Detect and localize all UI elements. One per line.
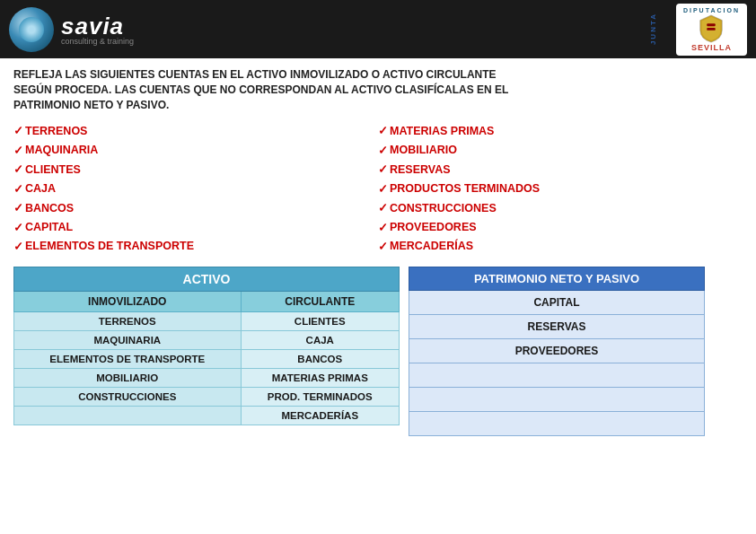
list-item: MAQUINARIA <box>13 141 378 160</box>
list-item: BANCOS <box>13 198 378 217</box>
inmovilizado-header: INMOVILIZADO <box>14 292 242 312</box>
tables-area: ACTIVO INMOVILIZADO CIRCULANTE TERRENOS … <box>0 261 756 436</box>
table-row: RESERVAS <box>409 315 705 339</box>
table-cell: PROD. TERMINADOS <box>241 388 399 407</box>
activo-header-row: ACTIVO <box>14 267 400 292</box>
list-item: CLIENTES <box>13 160 378 179</box>
list-item: CAPITAL <box>13 218 378 237</box>
list-item: CONSTRUCCIONES <box>378 198 743 217</box>
junta-label: JUNTA <box>649 0 657 58</box>
svg-rect-0 <box>708 23 716 26</box>
table-row: MAQUINARIA CAJA <box>14 331 400 350</box>
logo-sub: consulting & training <box>61 37 134 46</box>
table-cell: MERCADERÍAS <box>241 407 399 425</box>
table-cell <box>409 388 705 412</box>
circulante-header: CIRCULANTE <box>241 292 399 312</box>
table-cell: CONSTRUCCIONES <box>14 388 242 407</box>
table-row: MERCADERÍAS <box>14 407 400 425</box>
patrimonio-table: PATRIMONIO NETO Y PASIVO CAPITAL RESERVA… <box>409 267 705 436</box>
activo-subheader-row: INMOVILIZADO CIRCULANTE <box>14 292 400 312</box>
list-item: ELEMENTOS DE TRANSPORTE <box>13 237 378 256</box>
list-item: PRODUCTOS TERMINADOS <box>378 179 743 198</box>
table-row <box>409 363 705 388</box>
list-item: CAJA <box>13 179 378 198</box>
table-row: CAPITAL <box>409 291 705 315</box>
table-row: MOBILIARIO MATERIAS PRIMAS <box>14 369 400 388</box>
right-items-col: MATERIAS PRIMAS MOBILIARIO RESERVAS PROD… <box>378 121 743 256</box>
table-cell: BANCOS <box>241 350 399 369</box>
description-line3: PATRIMONIO NETO Y PASIVO. <box>13 98 743 113</box>
patrimonio-header-row: PATRIMONIO NETO Y PASIVO <box>409 267 705 291</box>
table-row: CONSTRUCCIONES PROD. TERMINADOS <box>14 388 400 407</box>
table-cell: MATERIAS PRIMAS <box>241 369 399 388</box>
description-text: REFLEJA LAS SIGUIENTES CUENTAS EN EL ACT… <box>0 58 756 118</box>
diputacion-top-text: DIPUTACION <box>683 7 740 13</box>
header: savia consulting & training JUNTA DIPUTA… <box>0 0 756 58</box>
table-cell <box>409 412 705 436</box>
list-item: MOBILIARIO <box>378 141 743 160</box>
diputacion-bottom-text: SEVILLA <box>691 43 732 52</box>
table-cell: CLIENTES <box>241 312 399 331</box>
table-cell: TERRENOS <box>14 312 242 331</box>
table-cell: MAQUINARIA <box>14 331 242 350</box>
description-line1: REFLEJA LAS SIGUIENTES CUENTAS EN EL ACT… <box>13 67 743 83</box>
description-line2: SEGÚN PROCEDA. LAS CUENTAS QUE NO CORRES… <box>13 83 743 98</box>
table-row <box>409 388 705 412</box>
diputacion-logo: DIPUTACION SEVILLA <box>676 4 747 56</box>
table-cell: RESERVAS <box>409 315 705 339</box>
table-cell: CAJA <box>241 331 399 350</box>
activo-header-cell: ACTIVO <box>14 267 400 292</box>
list-item: MATERIAS PRIMAS <box>378 121 743 140</box>
logo-text: savia <box>61 13 124 39</box>
patrimonio-header-cell: PATRIMONIO NETO Y PASIVO <box>409 267 705 291</box>
list-item: PROVEEDORES <box>378 218 743 237</box>
left-items-col: TERRENOS MAQUINARIA CLIENTES CAJA BANCOS… <box>13 121 378 256</box>
junta-text: JUNTA <box>649 13 657 45</box>
table-cell: PROVEEDORES <box>409 339 705 363</box>
svg-rect-1 <box>708 28 716 31</box>
diputacion-shield-icon <box>698 13 725 43</box>
table-row: TERRENOS CLIENTES <box>14 312 400 331</box>
table-cell: CAPITAL <box>409 291 705 315</box>
table-cell: MOBILIARIO <box>14 369 242 388</box>
table-cell <box>14 407 242 425</box>
table-row: ELEMENTOS DE TRANSPORTE BANCOS <box>14 350 400 369</box>
list-item: RESERVAS <box>378 160 743 179</box>
table-row: PROVEEDORES <box>409 339 705 363</box>
table-cell <box>409 363 705 388</box>
table-cell: ELEMENTOS DE TRANSPORTE <box>14 350 242 369</box>
items-area: TERRENOS MAQUINARIA CLIENTES CAJA BANCOS… <box>0 118 756 261</box>
logo-text-area: savia consulting & training <box>61 13 134 46</box>
list-item: MERCADERÍAS <box>378 237 743 256</box>
table-row <box>409 412 705 436</box>
activo-table: ACTIVO INMOVILIZADO CIRCULANTE TERRENOS … <box>13 267 400 425</box>
savia-logo-icon <box>9 7 54 52</box>
logo-area: savia consulting & training <box>9 7 134 52</box>
list-item: TERRENOS <box>13 121 378 140</box>
